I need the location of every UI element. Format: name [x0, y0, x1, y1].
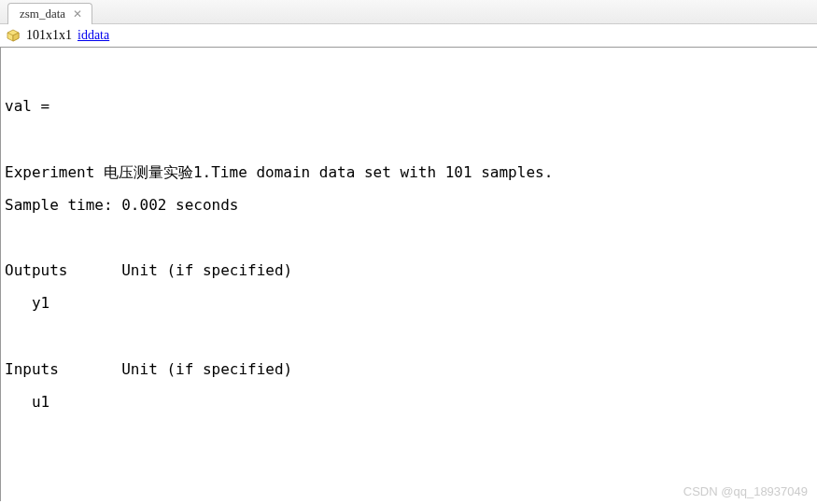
dimensions-text: 101x1x1	[26, 28, 72, 43]
tab-bar: zsm_data ✕	[0, 0, 817, 24]
close-icon[interactable]: ✕	[73, 8, 82, 20]
input-row: u1	[5, 393, 49, 411]
sample-time-line: Sample time: 0.002 seconds	[5, 196, 238, 214]
tab-variable[interactable]: zsm_data ✕	[7, 3, 92, 24]
content-area: val = Experiment 电压测量实验1.Time domain dat…	[0, 48, 817, 501]
val-header: val =	[5, 97, 49, 115]
info-bar: 101x1x1 iddata	[0, 24, 817, 48]
object-icon	[6, 28, 21, 43]
tab-label: zsm_data	[20, 7, 65, 21]
type-link[interactable]: iddata	[77, 28, 109, 43]
outputs-header: Outputs Unit (if specified)	[5, 261, 292, 279]
watermark: CSDN @qq_18937049	[683, 484, 808, 498]
output-row: y1	[5, 294, 49, 312]
experiment-line: Experiment 电压测量实验1.Time domain data set …	[5, 163, 553, 181]
inputs-header: Inputs Unit (if specified)	[5, 360, 292, 378]
